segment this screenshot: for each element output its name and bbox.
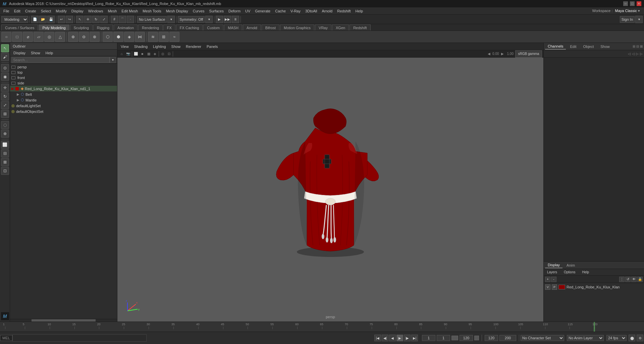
menu-generate[interactable]: Generate (253, 8, 272, 14)
layer-delete-button[interactable]: - (551, 277, 556, 282)
select-tool[interactable]: ↖ (76, 16, 84, 23)
shelf-tab-rendering[interactable]: Rendering (138, 24, 163, 30)
shelf-tab-animation[interactable]: Animation (114, 24, 138, 30)
settings-button[interactable]: ⚙ (637, 335, 643, 341)
character-select[interactable]: No Character Set (521, 335, 564, 341)
redo-button[interactable]: ↪ (66, 16, 73, 23)
shelf-icon-crease[interactable]: ≈ (169, 32, 179, 42)
sign-in-dropdown[interactable]: ▾ (635, 16, 643, 23)
menu-modify[interactable]: Modify (54, 8, 68, 14)
symmetry-dropdown[interactable]: ▾ (205, 16, 213, 23)
shelf-icon-merge[interactable]: ⋈ (135, 32, 145, 42)
mode-select[interactable]: Modeling (1, 16, 28, 23)
shelf-icon-cube[interactable]: □ (12, 32, 22, 42)
close-button[interactable]: ✕ (637, 1, 641, 6)
sign-in-button[interactable]: Sign In (620, 16, 635, 23)
maya-logo-button[interactable]: M (1, 312, 9, 320)
vp-menu-panels[interactable]: Panels (205, 45, 220, 49)
list-item[interactable]: ◎ defaultObjectSet (10, 109, 117, 114)
menu-deform[interactable]: Deform (226, 8, 243, 14)
outliner-menu-display[interactable]: Display (11, 50, 28, 56)
scale-tool-left[interactable]: ⤢ (1, 101, 9, 109)
transform-tool-left[interactable]: ⊞ (1, 110, 9, 118)
tab-object[interactable]: Object (580, 44, 596, 49)
shelf-icon-bridge[interactable]: ⬢ (113, 32, 123, 42)
color-space-dropdown[interactable]: sRGB gamma (515, 50, 542, 58)
menu-arnold[interactable]: Arnold (320, 8, 334, 14)
render-btn2[interactable]: ▶▶ (224, 16, 231, 23)
live-surface-dropdown[interactable]: ▾ (167, 16, 175, 23)
menu-file[interactable]: File (1, 8, 11, 14)
vp-tb-gamma-prev[interactable]: ◀ (486, 51, 492, 57)
layer-color-swatch[interactable] (558, 285, 565, 289)
menu-edit-mesh[interactable]: Edit Mesh (119, 8, 140, 14)
menu-curves[interactable]: Curves (191, 8, 207, 14)
rotate-tool[interactable]: ↻ (92, 16, 100, 23)
menu-select[interactable]: Select (39, 8, 53, 14)
move-tool[interactable]: ✛ (84, 16, 92, 23)
tab-anim[interactable]: Anim (564, 263, 578, 268)
tb-icon2[interactable]: ◁ (632, 52, 635, 56)
step-forward-button[interactable]: |▶ (404, 335, 411, 341)
viewport-canvas[interactable]: x y z persp (117, 58, 543, 322)
menu-windows[interactable]: Windows (86, 8, 105, 14)
outliner-menu-show[interactable]: Show (29, 50, 42, 56)
vp-tb-home[interactable]: ⌂ (119, 51, 125, 57)
shelf-tab-redshift[interactable]: Redshift (350, 24, 370, 30)
menu-uv[interactable]: UV (243, 8, 252, 14)
shelf-icon-separate[interactable]: ⊖ (79, 32, 89, 42)
move-tool-left[interactable]: ✛ (1, 84, 9, 92)
list-item[interactable]: ◎ defaultLightSet (10, 103, 117, 109)
layers-menu-options[interactable]: Options (562, 270, 577, 275)
go-end-button[interactable]: ▶| (411, 335, 418, 341)
vp-menu-lighting[interactable]: Lighting (151, 45, 168, 49)
menu-3dto[interactable]: 3DtoAll (303, 8, 319, 14)
search-input[interactable] (11, 57, 110, 63)
vp-tb-wireframe[interactable]: ⬜ (133, 51, 139, 57)
shelf-tab-motion[interactable]: Motion Graphics (280, 24, 314, 30)
outliner-menu-help[interactable]: Help (44, 50, 55, 56)
menu-help[interactable]: Help (354, 8, 365, 14)
vp-tb-smooth[interactable]: ◈ (152, 51, 158, 57)
play-forward-button[interactable]: ▶ (396, 335, 403, 341)
layer-options-button[interactable]: ⋮ (619, 277, 625, 282)
vp-menu-shading[interactable]: Shading (132, 45, 150, 49)
soft-mod[interactable]: ◌ (1, 121, 9, 129)
menu-mesh-tools[interactable]: Mesh Tools (141, 8, 163, 14)
layer-lock-button[interactable]: 🔒 (637, 277, 643, 282)
layer-refresh-button[interactable]: ↺ (625, 277, 631, 282)
tab-display[interactable]: Display (545, 262, 562, 268)
layer-v-toggle[interactable]: V (545, 284, 550, 290)
shelf-icon-torus[interactable]: ◎ (44, 32, 54, 42)
total-end-input[interactable] (499, 335, 516, 341)
undo-button[interactable]: ↩ (58, 16, 65, 23)
list-item[interactable]: ▶ ⬡ Belt (10, 91, 117, 97)
layer-hide-button[interactable]: 👁 (631, 277, 637, 282)
tab-edit[interactable]: Edit (567, 44, 579, 49)
layers-menu-layers[interactable]: Layers (545, 270, 559, 275)
rotate-tool-left[interactable]: ↻ (1, 92, 9, 100)
snap-point[interactable]: · (127, 16, 134, 23)
shelf-icon-combine[interactable]: ⊕ (68, 32, 78, 42)
paint-select-tool[interactable]: ◉ (1, 73, 9, 81)
lasso-tool[interactable]: ⊙ (1, 64, 9, 72)
shelf-tab-bifrost[interactable]: Bifrost (262, 24, 279, 30)
outliner-scrollbar[interactable] (10, 319, 117, 322)
snap-grid[interactable]: # (111, 16, 118, 23)
save-scene-button[interactable]: 💾 (47, 16, 55, 23)
auto-key-button[interactable]: ⬤ (629, 335, 635, 341)
shelf-icon-extract[interactable]: ⊗ (90, 32, 100, 42)
timeline[interactable]: 1510152025303540455055606570758085909510… (0, 322, 644, 332)
shelf-icon-bevel[interactable]: ◈ (124, 32, 134, 42)
new-scene-button[interactable]: 📄 (31, 16, 39, 23)
shelf-tab-vray[interactable]: VRay (315, 24, 331, 30)
render-btn3[interactable]: ⏸ (232, 16, 239, 23)
shelf-tab-poly[interactable]: Poly Modeling (39, 24, 69, 30)
layer-p-toggle[interactable]: P (552, 284, 557, 290)
shelf-icon-plane[interactable]: ▱ (34, 32, 44, 42)
vp-menu-show[interactable]: Show (169, 45, 183, 49)
menu-mesh[interactable]: Mesh (106, 8, 119, 14)
menu-mesh-display[interactable]: Mesh Display (164, 8, 190, 14)
channel-box-icons[interactable]: ⊞ ⊟ ⊠ (633, 45, 643, 48)
vp-tb-isolate[interactable]: ◎ (160, 51, 166, 57)
